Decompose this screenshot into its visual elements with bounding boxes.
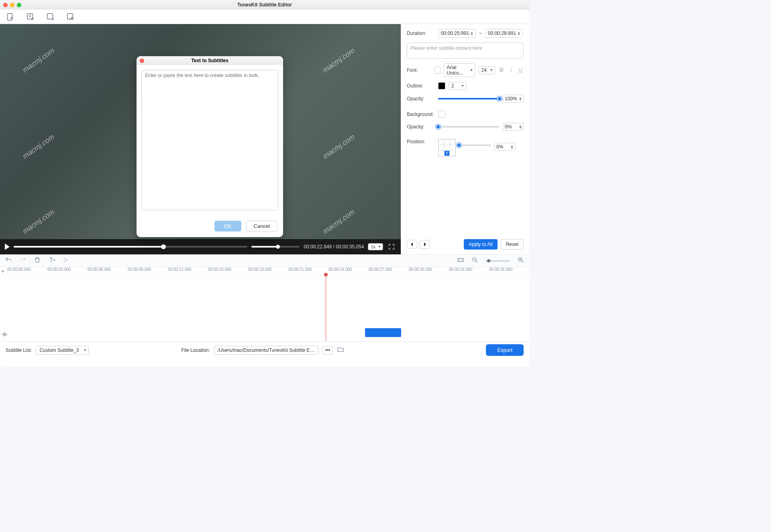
text-to-subtitles-dialog: Text to Subtitles OK Cancel (137, 56, 283, 237)
position-label: Position: (407, 139, 435, 144)
visibility-icon[interactable]: 👁 (2, 331, 8, 339)
ruler-mark: 00:00:27.000 (369, 267, 409, 275)
file-location-input[interactable]: /Users/mac/Documents/TunesKit Subtitle E… (214, 346, 318, 355)
cancel-button[interactable]: Cancel (246, 221, 277, 231)
volume-slider[interactable] (251, 246, 300, 248)
timeline-body[interactable]: 👁 (0, 275, 529, 341)
svg-rect-0 (8, 13, 12, 20)
opacity-label: Opacity: (407, 96, 435, 102)
chevron-down-icon (84, 349, 86, 351)
subtitle-list-select[interactable]: Custom Subtitle_3 (36, 346, 89, 355)
next-subtitle-button[interactable] (420, 240, 430, 249)
ok-button[interactable]: OK (214, 221, 241, 231)
split-button[interactable] (63, 256, 70, 265)
opacity-slider[interactable] (438, 98, 500, 99)
position-bottom-center[interactable]: T (444, 150, 450, 156)
font-family-select[interactable]: Arial Unico... (444, 63, 475, 77)
fit-button[interactable] (457, 256, 464, 265)
timeline[interactable]: + 00:00:00.000 00:00:03.000 00:00:06.000… (0, 267, 529, 341)
start-time-input[interactable]: 00:00:25:991 (438, 29, 476, 38)
watermark: macmj.com (322, 47, 357, 75)
duration-label: Duration: (407, 30, 435, 36)
play-button[interactable] (5, 244, 10, 250)
ruler-mark: 00:00:18.000 (248, 267, 288, 275)
browse-button[interactable]: ••• (322, 346, 333, 355)
speed-select[interactable]: 1x (368, 243, 383, 250)
bg-opacity-value-input[interactable]: 0% (503, 123, 524, 131)
add-subtitle-button[interactable] (46, 12, 55, 22)
apply-to-all-button[interactable]: Apply to All (464, 239, 497, 250)
subtitle-list-label: Subtitle List: (6, 347, 32, 353)
timecode-display: 00:00:22.849 / 00:00:35.054 (304, 244, 364, 250)
underline-button[interactable]: U (517, 67, 524, 74)
properties-panel: Duration: 00:00:25:991 ~ 00:00:28:991 Pl… (401, 24, 529, 254)
titlebar: TunesKit Subtitle Editor (0, 0, 529, 10)
outline-width-select[interactable]: 2 (449, 82, 466, 90)
file-location-label: File Location: (181, 347, 210, 353)
open-folder-button[interactable] (337, 346, 344, 354)
watermark: macmj.com (322, 208, 357, 236)
undo-button[interactable] (5, 256, 12, 265)
fullscreen-button[interactable] (387, 242, 396, 251)
bg-opacity-label: Opacity: (407, 124, 435, 130)
bulk-text-input[interactable] (141, 70, 278, 210)
redo-button[interactable] (19, 256, 27, 265)
chevron-down-icon (470, 69, 473, 71)
outline-color-swatch[interactable] (438, 82, 445, 89)
position-slider[interactable] (459, 144, 491, 146)
subtitle-content-input[interactable]: Please enter subtitle content here (407, 43, 524, 59)
seek-slider[interactable] (14, 246, 247, 248)
app-title: TunesKit Subtitle Editor (0, 2, 529, 8)
watermark: macmj.com (322, 132, 357, 160)
ruler-mark: 00:00:15.000 (208, 267, 248, 275)
add-text-button[interactable] (48, 256, 55, 265)
footer-bar: Subtitle List: Custom Subtitle_3 File Lo… (0, 341, 529, 358)
reset-button[interactable]: Reset (501, 239, 524, 250)
stepper-down-icon[interactable] (518, 34, 520, 35)
ruler-mark: 00:00:03.000 (47, 267, 88, 275)
chevron-down-icon (461, 85, 464, 87)
font-label: Font: (407, 67, 431, 73)
dialog-titlebar: Text to Subtitles (137, 56, 283, 65)
watermark: macmj.com (21, 47, 56, 75)
bold-button[interactable]: B (498, 67, 505, 74)
font-size-select[interactable]: 24 (478, 66, 495, 74)
timeline-toolbar (0, 254, 529, 267)
timeline-ruler[interactable]: 00:00:00.000 00:00:03.000 00:00:06.000 0… (0, 267, 529, 275)
subtitle-clip[interactable] (365, 328, 401, 337)
playhead[interactable] (326, 275, 326, 341)
stepper-down-icon[interactable] (471, 34, 473, 35)
main-toolbar (0, 10, 529, 24)
italic-button[interactable]: I (508, 67, 514, 74)
text-to-subtitle-button[interactable] (26, 12, 35, 22)
outline-label: Outline: (407, 83, 435, 89)
zoom-in-button[interactable] (517, 256, 524, 265)
dialog-close-icon[interactable] (140, 59, 144, 63)
zoom-slider[interactable] (486, 260, 510, 262)
svg-point-4 (64, 258, 65, 259)
position-grid[interactable]: T (438, 139, 456, 156)
tilde-separator: ~ (479, 30, 482, 36)
play-icon (5, 244, 10, 250)
ruler-mark: 00:00:30.000 (409, 267, 449, 275)
font-color-swatch[interactable] (434, 67, 441, 74)
ruler-mark: 00:00:00.000 (7, 267, 47, 275)
svg-rect-2 (47, 13, 53, 19)
end-time-input[interactable]: 00:00:28:991 (485, 29, 523, 38)
ruler-mark: 00:00:12.000 (168, 267, 208, 275)
background-color-swatch[interactable] (438, 111, 445, 118)
chevron-down-icon (490, 69, 493, 71)
chevron-down-icon (378, 246, 381, 248)
zoom-out-button[interactable] (471, 256, 479, 265)
stepper-up-icon[interactable] (471, 32, 473, 33)
prev-subtitle-button[interactable] (407, 240, 417, 249)
edit-button[interactable] (66, 12, 75, 22)
stepper-up-icon[interactable] (518, 32, 520, 33)
delete-button[interactable] (34, 256, 41, 265)
import-file-button[interactable] (6, 12, 15, 22)
export-button[interactable]: Export (486, 344, 524, 356)
ruler-mark: 00:00:33.000 (449, 267, 489, 275)
bg-opacity-slider[interactable] (438, 126, 500, 128)
position-value-input[interactable]: 0% (494, 143, 515, 151)
opacity-value-input[interactable]: 100% (503, 95, 524, 103)
